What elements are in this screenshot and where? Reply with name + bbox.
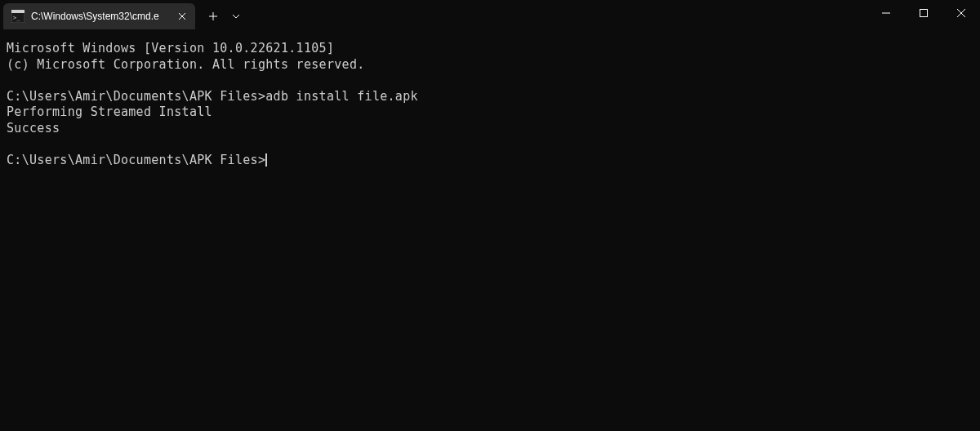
terminal-output[interactable]: Microsoft Windows [Version 10.0.22621.11…	[0, 33, 980, 176]
svg-rect-1	[11, 10, 24, 13]
terminal-line: Microsoft Windows [Version 10.0.22621.11…	[7, 41, 973, 57]
terminal-line	[7, 73, 973, 89]
cmd-icon: >_	[11, 10, 24, 23]
cursor	[265, 153, 267, 167]
maximize-button[interactable]	[905, 0, 942, 26]
new-tab-button[interactable]	[200, 3, 226, 29]
window-controls	[867, 0, 980, 26]
terminal-line: (c) Microsoft Corporation. All rights re…	[7, 57, 973, 73]
svg-text:>_: >_	[13, 15, 20, 21]
terminal-line: Performing Streamed Install	[7, 104, 973, 121]
terminal-line: C:\Users\Amir\Documents\APK Files>	[7, 153, 973, 169]
terminal-line: C:\Users\Amir\Documents\APK Files>adb in…	[7, 89, 973, 105]
tab-close-button[interactable]	[176, 10, 189, 23]
close-window-button[interactable]	[942, 0, 980, 26]
terminal-line: Success	[7, 121, 973, 137]
minimize-button[interactable]	[867, 0, 905, 26]
tabs-area: >_ C:\Windows\System32\cmd.e	[0, 0, 246, 29]
tab-title: C:\Windows\System32\cmd.e	[31, 11, 169, 22]
titlebar: >_ C:\Windows\System32\cmd.e	[0, 0, 980, 33]
svg-rect-8	[920, 10, 928, 17]
tab-cmd[interactable]: >_ C:\Windows\System32\cmd.e	[3, 3, 195, 29]
terminal-line	[7, 136, 973, 153]
tab-dropdown-button[interactable]	[226, 3, 246, 29]
